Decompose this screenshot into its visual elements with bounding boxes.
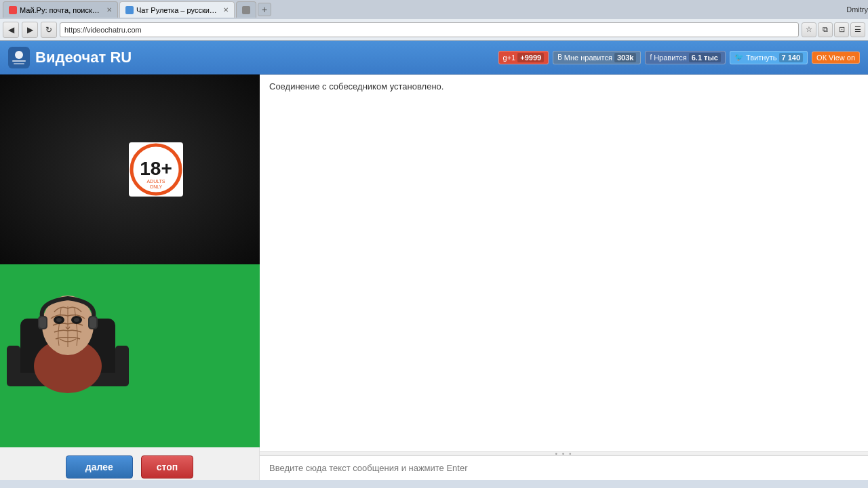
twitter-count: 7 140: [779, 53, 804, 62]
vk-share-button[interactable]: f Нравится 6.1 тыс: [645, 51, 726, 64]
google-plus-button[interactable]: g+1 +9999: [498, 51, 549, 64]
site-logo: Видеочат RU: [8, 47, 132, 68]
window-btn-2[interactable]: ⊡: [834, 22, 849, 37]
settings-button[interactable]: ☰: [850, 22, 865, 37]
bookmark-button[interactable]: ☆: [802, 22, 816, 37]
page: Видеочат RU g+1 +9999 В Мне нравится 303…: [0, 41, 868, 480]
google-count: +9999: [517, 53, 544, 62]
main-content: 18+ ADULTS ONLY: [0, 75, 868, 480]
tab-chat-label: Чат Рулетка – русский ...: [136, 6, 218, 14]
person-figure: [0, 264, 136, 413]
site-title: Видеочат RU: [35, 49, 132, 66]
svg-point-19: [74, 318, 79, 322]
video-panel: 18+ ADULTS ONLY: [0, 75, 260, 480]
back-button[interactable]: ◀: [3, 22, 19, 38]
svg-point-18: [56, 318, 62, 322]
next-button[interactable]: далее: [66, 455, 133, 479]
svg-rect-11: [7, 346, 20, 386]
address-bar[interactable]: [60, 22, 799, 37]
tab-new-favicon: [242, 6, 250, 14]
twitter-button[interactable]: 🐦 Твитнуть 7 140: [730, 51, 808, 64]
svg-rect-12: [115, 346, 129, 386]
ok-button[interactable]: ОК View on: [812, 52, 860, 64]
tab-mail[interactable]: Май.Ру: почта, поиск с... ✕: [3, 1, 118, 18]
chat-panel: Соединение с собеседником установлено. •…: [260, 75, 868, 480]
reload-button[interactable]: ↻: [41, 22, 57, 38]
toolbar-right: ☆ ⧉ ⊡ ☰: [802, 22, 865, 37]
browser-user: Dmitry: [846, 5, 868, 14]
tab-chat-favicon: [125, 6, 134, 14]
age-restriction-badge: 18+ ADULTS ONLY: [129, 142, 183, 197]
tab-new[interactable]: [236, 1, 256, 18]
new-tab-button[interactable]: +: [258, 3, 271, 16]
tab-mail-label: Май.Ру: почта, поиск с...: [20, 6, 101, 14]
vk-count: 6.1 тыс: [689, 53, 721, 62]
tab-mail-close[interactable]: ✕: [106, 6, 112, 14]
site-header: Видеочат RU g+1 +9999 В Мне нравится 303…: [0, 41, 868, 75]
chat-input[interactable]: [260, 456, 868, 480]
svg-rect-22: [39, 317, 46, 328]
svg-rect-2: [12, 60, 26, 62]
chat-messages: Соединение с собеседником установлено.: [260, 75, 868, 451]
connection-message: Соединение с собеседником установлено.: [269, 81, 859, 92]
svg-text:ADULTS: ADULTS: [146, 179, 165, 184]
stop-button[interactable]: стоп: [141, 455, 193, 479]
video-controls: далее стоп: [0, 447, 259, 480]
svg-text:ONLY: ONLY: [150, 184, 163, 189]
remote-video: 18+ ADULTS ONLY: [0, 75, 260, 264]
local-video: [0, 264, 260, 447]
browser-chrome: Май.Ру: почта, поиск с... ✕ Чат Рулетка …: [0, 0, 868, 41]
header-social: g+1 +9999 В Мне нравится 303k f Нравится…: [498, 51, 860, 64]
tab-chat[interactable]: Чат Рулетка – русский ... ✕: [119, 1, 235, 18]
tab-mail-favicon: [9, 6, 17, 14]
forward-button[interactable]: ▶: [22, 22, 38, 38]
browser-toolbar: ◀ ▶ ↻ ☆ ⧉ ⊡ ☰: [0, 19, 868, 41]
chat-input-area: [260, 455, 868, 480]
vk-like-count: 303k: [614, 53, 636, 62]
browser-tabs: Май.Ру: почта, поиск с... ✕ Чат Рулетка …: [0, 0, 868, 19]
svg-text:18+: 18+: [140, 158, 172, 179]
vk-like-button[interactable]: В Мне нравится 303k: [553, 51, 641, 64]
svg-point-1: [15, 51, 23, 59]
window-btn-1[interactable]: ⧉: [818, 22, 833, 37]
tab-chat-close[interactable]: ✕: [223, 6, 229, 14]
logo-icon: [8, 47, 30, 68]
svg-rect-3: [14, 63, 24, 64]
svg-rect-23: [90, 317, 96, 328]
